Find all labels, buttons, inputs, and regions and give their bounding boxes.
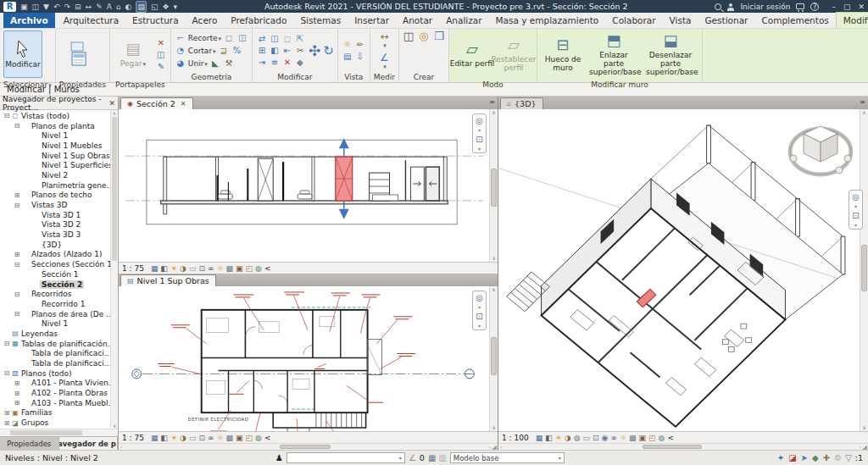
angle-button[interactable]: ∠ [380,52,389,70]
tree-item[interactable]: ⊞ Planos de techo [0,191,118,201]
show-rendering-icon[interactable]: ◍ [574,433,581,443]
search-icon[interactable] [715,3,721,10]
plan-vertical-scrollbar[interactable]: ∧∨ [489,286,498,431]
steering-wheel-icon[interactable]: ◎ [476,116,483,125]
select-links-icon[interactable]: ✦ [777,452,784,464]
tree-item[interactable]: ⊞ ◪ Grupos [0,418,118,428]
tree-expander[interactable]: ⊟ [13,202,21,209]
reset-profile-button[interactable]: ▱ Restablecer perfil [494,30,533,78]
browser-tab[interactable]: Propiedades [0,437,59,450]
paste-button[interactable]: ▤ Pegar [114,30,153,78]
collapse-vcb-icon[interactable]: < [667,433,674,443]
steering-wheel-icon[interactable]: ◎ [852,192,860,202]
ribbon-tab[interactable]: Arquitectura [57,13,125,28]
filter-icon[interactable]: ▽ [845,452,852,464]
panel-label-modificar-muro[interactable]: Modificar muro [537,80,702,90]
view-list-icon[interactable]: ≡ [860,98,865,106]
panel-label-crear[interactable]: Crear [399,72,448,82]
ribbon-tab[interactable]: Archivo [3,13,55,28]
tree-item[interactable]: Nivel 1 Superficies [0,160,118,170]
sun-path-icon[interactable]: ☀ [170,263,177,274]
project-browser-header[interactable]: Navegador de proyectos - Proyect... ✕ [0,97,118,110]
mirror-icon[interactable]: ◻ [281,33,293,44]
print-icon[interactable]: ⊟ [75,2,81,12]
tile-windows-icon[interactable]: ❖ [162,2,169,12]
displacement-icon[interactable]: ◰ [648,433,656,443]
browser-tab[interactable]: Navegador de p... [59,437,119,450]
tree-item[interactable]: Sección 1 [0,269,118,280]
remove-coping-icon[interactable]: % [231,45,243,56]
sign-in-button[interactable]: Iniciar sesión [740,3,790,11]
hammer-icon[interactable]: ⚒ [223,58,235,69]
delete-icon[interactable]: ✕ [155,37,167,48]
worksharing-display-icon[interactable]: ◍ [255,433,262,443]
linework-icon[interactable]: ✏ [354,39,366,50]
tree-expander[interactable]: ⊞ [13,191,21,199]
tree-item[interactable]: ⊟ Planos de área (De alquiler) [0,309,118,319]
tree-item[interactable]: Nivel 2 [0,170,118,180]
tree-item[interactable]: {3D} [0,240,118,250]
legend-component-icon[interactable]: ◫ [403,30,415,42]
threed-vertical-scrollbar[interactable]: ∧∨ [860,109,868,431]
panel-label-modificar[interactable]: Modificar [253,72,337,82]
paste-aligned-icon[interactable]: ◻ [223,32,235,43]
design-options-icon[interactable]: ▦ [428,452,436,464]
hide-analytical-icon[interactable]: ▣ [639,433,647,443]
ribbon-tab[interactable]: Sistemas [293,13,348,28]
join-geometry-icon[interactable]: ◕ [175,58,186,69]
edit-profile-button[interactable]: ▱ Editar perfil [453,30,492,78]
wall-opening-button[interactable]: ⊟ Hueco de muro [541,30,585,78]
open-icon[interactable]: ◫ [32,2,40,12]
design-options-select[interactable]: Modelo base▾ [450,452,565,463]
tree-item[interactable]: Vista 3D 3 [0,230,118,240]
copy-icon[interactable]: ◫ [155,49,167,60]
attach-top-base-button[interactable]: ⬒ Enlazar parte superior/base [587,30,640,78]
visual-style-icon[interactable]: ◧ [160,263,168,274]
match-icon[interactable]: ≡ [269,57,281,68]
tree-item[interactable]: ⊟ ◻ Vistas (todo) [0,111,118,121]
tree-item[interactable]: Planimetría general [0,180,118,191]
crop-view-icon[interactable]: ▭ [189,263,197,274]
tree-item[interactable]: Vista 3D 1 [0,210,118,220]
tree-item[interactable]: ⊞ ▣ Familias [0,408,118,418]
temporary-hide-isolate-icon[interactable]: ∞ [208,433,214,443]
panel-label-propiedades[interactable]: Propiedades [56,80,109,90]
close-browser-icon[interactable]: ✕ [108,99,115,108]
measure-icon[interactable]: ↔ [86,2,92,12]
measure-button[interactable]: ↔ [380,30,388,49]
tree-item[interactable]: Vista 3D 2 [0,220,118,230]
create-group-icon[interactable]: ◎ [418,30,430,42]
plan-horizontal-scrollbar[interactable]: ‹›◢ [119,443,498,450]
collapse-vcb-icon[interactable]: < [264,263,271,274]
tree-expander[interactable]: ⊞ [13,379,21,387]
sun-path-icon[interactable]: ☀ [555,433,562,443]
temporary-hide-isolate-icon[interactable]: ∞ [208,263,214,274]
reveal-hidden-icon[interactable]: ☼ [216,263,223,274]
tree-item[interactable]: Tabla de planificación de puertas [0,358,118,368]
tree-expander[interactable]: ⊟ [13,291,21,298]
tree-item[interactable]: ⊞ A102 - Planta Obras [0,388,118,398]
background-processes-icon[interactable]: ⚙ [834,452,842,464]
minimize-button[interactable]: – [832,3,836,11]
cut-geometry-icon[interactable]: ◔ [175,45,186,56]
tree-expander[interactable]: ⊟ [3,112,11,119]
reveal-hidden-icon[interactable]: ☼ [620,433,626,443]
panel-label-seleccionar[interactable]: Seleccionar [0,80,55,90]
lock-3d-view-icon[interactable]: ◉ [602,433,609,443]
ribbon-tab[interactable]: Prefabricado [224,13,293,28]
collapse-vcb-icon[interactable]: < [264,433,271,443]
tree-expander[interactable]: ⊟ [13,261,21,268]
tree-item[interactable]: Tabla de planificación de habitaciones [0,349,118,359]
close-hidden-windows-icon[interactable]: ◱ [151,2,159,12]
array-icon[interactable]: ⊞ [256,45,268,56]
crop-region-icon[interactable]: ⊡ [198,433,205,443]
tree-item[interactable]: Nivel 1 [0,318,118,329]
ribbon-tab[interactable]: Estructura [125,13,186,28]
drag-on-selection-icon[interactable]: ✚ [823,452,830,464]
detail-level-icon[interactable]: ▦ [151,263,159,274]
tree-item[interactable]: Nivel 1 Muebles [0,141,118,151]
tree-item[interactable]: ⊟ ▧ Planos (todo) [0,368,118,379]
crop-region-icon[interactable]: ⊡ [198,263,205,274]
close-button[interactable]: ✕ [858,3,865,11]
reveal-hidden-icon[interactable]: ☼ [216,433,223,443]
